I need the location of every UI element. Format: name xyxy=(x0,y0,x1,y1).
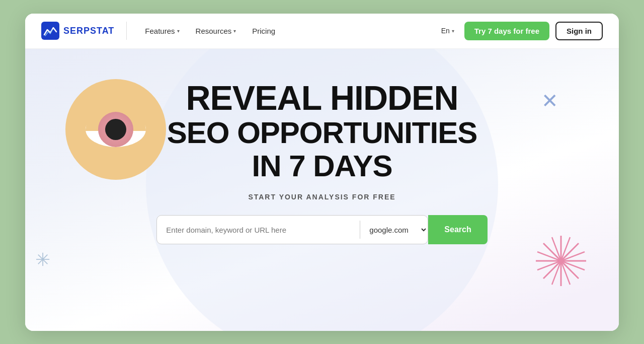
hero-title-line2: SEO OPPORTUNITIES xyxy=(156,116,487,150)
hero-content: REVEAL HIDDEN SEO OPPORTUNITIES IN 7 DAY… xyxy=(156,79,487,245)
chevron-down-icon: ▾ xyxy=(233,28,236,34)
logo-text: SERPSTAT xyxy=(63,26,114,36)
nav-links: Features ▾ Resources ▾ Pricing xyxy=(139,23,437,39)
nav-features[interactable]: Features ▾ xyxy=(139,23,185,39)
language-selector[interactable]: En ▾ xyxy=(437,24,458,38)
hero-title-line1: REVEAL HIDDEN xyxy=(156,79,487,117)
eye-outer-circle xyxy=(65,79,166,180)
hero-section: ✕ ✳ REVEAL HIDDEN SEO OPPORTUNI xyxy=(25,49,619,331)
chevron-down-icon: ▾ xyxy=(452,28,454,34)
nav-actions: En ▾ Try 7 days for free Sign in xyxy=(437,22,603,40)
hero-title-line3: IN 7 DAYS xyxy=(156,150,487,183)
chevron-down-icon: ▾ xyxy=(177,28,180,34)
cross-decoration: ✕ xyxy=(541,89,558,112)
navbar: SERPSTAT Features ▾ Resources ▾ Pricing … xyxy=(25,14,619,49)
search-input[interactable] xyxy=(157,226,360,234)
eye-white xyxy=(86,112,146,147)
search-wrapper: google.com google.co.uk bing.com Search xyxy=(156,215,487,244)
starburst-decoration xyxy=(533,233,589,291)
svg-rect-0 xyxy=(41,22,59,40)
signin-button[interactable]: Sign in xyxy=(555,22,603,40)
asterisk-decoration: ✳ xyxy=(35,249,50,270)
logo-icon xyxy=(41,22,59,40)
nav-divider xyxy=(126,22,127,40)
trial-button[interactable]: Try 7 days for free xyxy=(464,22,549,40)
hero-subtitle: START YOUR ANALYSIS FOR FREE xyxy=(156,193,487,201)
browser-window: SERPSTAT Features ▾ Resources ▾ Pricing … xyxy=(25,14,619,331)
eye-pupil xyxy=(105,119,126,140)
nav-pricing[interactable]: Pricing xyxy=(246,23,281,39)
nav-resources[interactable]: Resources ▾ xyxy=(190,23,243,39)
search-dropdown[interactable]: google.com google.co.uk bing.com xyxy=(360,225,428,235)
logo[interactable]: SERPSTAT xyxy=(41,22,114,40)
search-bar: google.com google.co.uk bing.com xyxy=(156,215,428,244)
eye-illustration xyxy=(65,79,166,180)
search-button[interactable]: Search xyxy=(428,215,487,244)
eye-iris xyxy=(98,112,133,147)
